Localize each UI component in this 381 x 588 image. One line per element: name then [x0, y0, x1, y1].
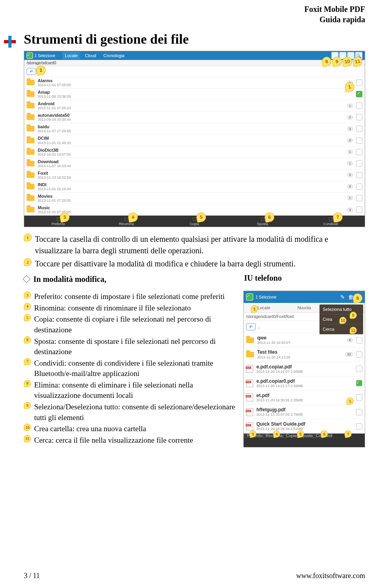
selection-indicator[interactable]: ✓ 1 Selezione — [27, 52, 55, 59]
checkbox[interactable] — [356, 409, 362, 415]
page-number: 3 / 11 — [24, 572, 40, 580]
doc-subtitle: Guida rapida — [304, 14, 365, 25]
toolbar-sposta[interactable]: ⬚Sposta — [229, 216, 297, 227]
phone-row[interactable]: qwe2013-11-20 16:53:076 — [244, 333, 365, 347]
checkbox[interactable] — [356, 79, 362, 86]
item-4: 4Rinomina: consente di rinominare il fil… — [24, 303, 239, 314]
folder-row[interactable]: Alarms2013-11-01 07:25:050 — [24, 77, 365, 89]
item-3: 3Preferito: consente di impostare i file… — [24, 291, 239, 302]
folder-row[interactable]: Foxit2013-11-13 16:02:594 — [24, 170, 365, 181]
item-8: 8Elimina: consente di eliminare i file s… — [24, 380, 239, 401]
folder-row[interactable]: baidu2013-11-07 17:28:553 — [24, 123, 365, 135]
checkbox[interactable] — [356, 125, 362, 132]
item-9: 9Seleziona/Deseleziona tutto: consente d… — [24, 402, 239, 423]
checkbox[interactable] — [356, 102, 362, 109]
section-marker-icon — [4, 36, 16, 48]
folder-icon — [27, 138, 35, 143]
menu-select-all[interactable]: Seleziona tutto 9 — [319, 305, 363, 314]
pdf-icon — [246, 422, 253, 430]
folder-icon — [246, 337, 254, 343]
phone-tab-local[interactable]: Locale — [244, 303, 284, 312]
phone-screenshot: ✓ 1 Selezione ✎ 🗑 ⋮ 8 Locale Nuvola Cron… — [243, 291, 365, 447]
checkbox[interactable] — [356, 91, 362, 97]
callout-2: 2 — [35, 65, 46, 76]
folder-row[interactable]: DioDict3B2012-10-22 13:07:041 — [24, 147, 365, 158]
phone-toolbar-copia[interactable]: ⬚Copia — [283, 434, 296, 447]
folder-icon — [27, 80, 35, 85]
folder-icon — [246, 352, 254, 357]
section-title: Strumenti di gestione dei file — [24, 32, 365, 47]
folder-row[interactable]: Music2013-11-01 07:25:053 — [24, 204, 365, 216]
toolbar-copia[interactable]: ⬚Copia — [160, 216, 229, 227]
phone-row[interactable]: e.pdf.copiar.pdf2013-11-20 14:21:07 2.59… — [244, 362, 365, 376]
phone-edit-icon[interactable]: ✎ — [340, 294, 345, 300]
phone-row[interactable]: e.pdf.copiar0.pdf2013-11-20 14:21:17 2.5… — [244, 376, 365, 391]
checkbox[interactable] — [356, 195, 362, 201]
pdf-icon — [246, 379, 253, 387]
folder-row[interactable]: Android2013-11-01 07:25:131 — [24, 100, 365, 112]
checkbox[interactable] — [356, 337, 362, 343]
doc-header: Foxit Mobile PDF Guida rapida — [304, 4, 365, 25]
toolbar-condividi[interactable]: ⬚Condividi — [296, 216, 365, 227]
folder-icon — [27, 103, 35, 108]
phone-overflow-menu: Seleziona tutto 9 Crea 10 Cerca 11 — [319, 305, 363, 334]
item-10: 10Crea cartella: crea una nuova cartella — [24, 424, 239, 434]
folder-row[interactable]: DCIM2013-11-01 21:48:330 — [24, 135, 365, 146]
diamond-icon — [23, 275, 31, 283]
folder-icon — [27, 172, 35, 178]
toolbar-rinomina[interactable]: ⬚Rinomina — [92, 216, 161, 227]
folder-row[interactable]: Movies2013-11-01 07:25:051 — [24, 193, 365, 204]
checkbox[interactable] — [356, 137, 362, 144]
item-6: 6Sposta: consente di spostare i file sel… — [24, 336, 239, 357]
page-footer: 3 / 11 www.foxitsoftware.com — [24, 572, 365, 580]
checkbox[interactable] — [356, 183, 362, 190]
folder-row[interactable]: INDI2013-11-01 22:15:040 — [24, 181, 365, 193]
tab-local[interactable]: Locale — [62, 52, 80, 60]
item-7: 7Condividi: consente di condividere i fi… — [24, 358, 239, 379]
checkbox[interactable] — [356, 206, 362, 213]
tab-cloud[interactable]: Cloud — [83, 52, 99, 60]
pdf-icon — [246, 408, 253, 416]
phone-selection[interactable]: 1 Selezione — [256, 295, 276, 299]
footer-url: www.foxitsoftware.com — [296, 572, 365, 580]
phone-row[interactable]: hffetgujg.pdf2013-11-11 15:57:03 2.79MB — [244, 405, 365, 419]
folder-icon — [27, 126, 35, 131]
phone-row[interactable]: Test files2013-11-20 14:13:2632 — [244, 347, 365, 362]
checkbox[interactable] — [356, 114, 362, 120]
folder-icon — [27, 207, 35, 212]
back-button[interactable]: ↶ — [27, 68, 36, 75]
mode-label: In modalità modifica, — [33, 275, 106, 283]
checkbox[interactable] — [356, 149, 362, 155]
checkbox[interactable] — [356, 423, 362, 430]
checkbox[interactable] — [356, 160, 362, 167]
pdf-icon — [246, 365, 253, 373]
point-2-text: Toccare per disattivare la modalità di m… — [35, 258, 296, 270]
folder-icon — [27, 195, 35, 201]
phone-tab-cloud[interactable]: Nuvola — [284, 303, 325, 312]
folder-row[interactable]: autonavidata502013-09-16 20:34:442 — [24, 112, 365, 123]
folder-icon — [27, 114, 35, 120]
folder-row[interactable]: Download2013-11-07 18:23:441 — [24, 158, 365, 170]
bullet-1: 1 — [24, 233, 32, 241]
toolbar-preferito[interactable]: ⬚Preferito — [24, 216, 92, 227]
product-name: Foxit Mobile PDF — [304, 4, 365, 14]
tab-history[interactable]: Cronologia — [101, 52, 127, 60]
folder-row[interactable]: Amap2013-11-08 15:36:29 — [24, 89, 365, 100]
checkbox[interactable] — [356, 394, 362, 401]
checkbox[interactable] — [356, 351, 362, 358]
bullet-2: 2 — [24, 258, 32, 266]
folder-icon — [27, 161, 35, 166]
checkbox[interactable]: ✓ — [356, 380, 362, 386]
pdf-icon — [246, 393, 253, 401]
checkbox[interactable] — [356, 366, 362, 372]
folder-icon — [27, 149, 35, 155]
phone-back-button[interactable]: ↶ — [246, 323, 256, 330]
folder-icon — [27, 184, 35, 189]
point-1-text: Toccare la casella di controllo di un el… — [35, 233, 365, 256]
folder-icon — [27, 91, 35, 97]
checkbox[interactable] — [356, 172, 362, 178]
path-bar: /storage/sdcard0 — [24, 60, 365, 66]
item-11: 11Cerca: cerca il file nella visualizzaz… — [24, 435, 239, 446]
iu-phone-label: IU telefono — [244, 274, 365, 285]
menu-search[interactable]: Cerca 11 — [319, 324, 363, 334]
